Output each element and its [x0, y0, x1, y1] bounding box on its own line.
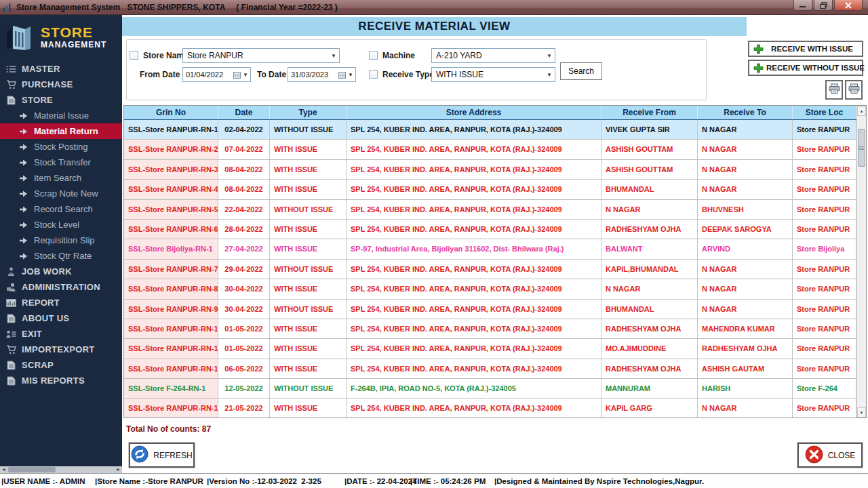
sidebar-item-scrap[interactable]: SCRAP	[0, 357, 122, 373]
scroll-up-icon[interactable]: ▲	[857, 106, 866, 116]
table-row[interactable]: SSL-Store RANPUR-RN-102-04-2022WITHOUT I…	[124, 120, 866, 140]
from-date-picker[interactable]: 01/04/2022 ▼	[182, 67, 251, 82]
sidebar-item-stock-level[interactable]: Stock Level	[0, 217, 122, 232]
table-row[interactable]: SSL-Store RANPUR-RN-930-04-2022WITHOUT I…	[124, 300, 866, 319]
column-header-receive-from[interactable]: Receive From	[601, 106, 698, 119]
filter-panel: Store Name Store RANPUR ▼ From Date 01/0…	[126, 39, 707, 100]
sidebar-item-label: ADMINISTRATION	[22, 282, 100, 292]
column-header-store-loc[interactable]: Store Loc	[793, 106, 856, 119]
sidebar-item-scrap-note-new[interactable]: Scrap Note New	[0, 186, 122, 201]
refresh-button[interactable]: REFRESH	[129, 443, 195, 468]
vertical-scrollbar[interactable]: ▲ ▼	[856, 106, 866, 418]
statusbar-segment: |Designed & Maintained By Nspire Technol…	[494, 477, 704, 485]
sidebar-item-store[interactable]: STORE	[0, 92, 122, 108]
table-cell: Store RANPUR	[793, 140, 856, 159]
table-row[interactable]: SSL-Store RANPUR-RN-830-04-2022WITH ISSU…	[124, 279, 866, 299]
sidebar-item-material-return[interactable]: Material Return	[0, 123, 122, 139]
table-row[interactable]: SSL-Store RANPUR-RN-628-04-2022WITH ISSU…	[124, 220, 866, 239]
table-cell: Store RANPUR	[793, 319, 856, 339]
sidebar-item-label: Material Return	[34, 126, 98, 136]
table-cell: Store RANPUR	[793, 180, 856, 199]
table-row[interactable]: SSL-Store RANPUR-RN-207-04-2022WITH ISSU…	[124, 140, 866, 159]
sidebar-item-exit[interactable]: EXIT	[0, 326, 122, 342]
column-header-type[interactable]: Type	[270, 106, 347, 119]
column-header-grin-no[interactable]: Grin No	[124, 106, 218, 119]
receive-type-label: Receive Type	[382, 70, 434, 79]
receive-with-issue-button[interactable]: RECEIVE WITH ISSUE	[748, 41, 863, 57]
machine-select[interactable]: A-210 YARD ▼	[431, 48, 555, 63]
sidebar-item-label: SCRAP	[22, 360, 54, 370]
table-row[interactable]: SSL-Store Bijoliya-RN-127-04-2022WITH IS…	[124, 239, 866, 259]
document-icon	[5, 96, 16, 105]
refresh-icon	[131, 445, 149, 465]
print-button-1[interactable]	[825, 80, 843, 100]
scrollbar-thumb[interactable]	[8, 467, 56, 472]
scroll-down-icon[interactable]: ▼	[857, 407, 866, 418]
table-row[interactable]: SSL-Store RANPUR-RN-1206-05-2022WITH ISS…	[124, 359, 866, 379]
arrow-icon	[18, 237, 28, 244]
sidebar-item-report[interactable]: REPORT	[0, 295, 122, 310]
table-cell: WITH ISSUE	[270, 339, 347, 359]
sidebar-item-about-us[interactable]: ABOUT US	[0, 310, 122, 326]
table-cell: SPL 254, KUBER IND. AREA, RANPUR, KOTA (…	[347, 220, 601, 239]
table-row[interactable]: SSL-Store RANPUR-RN-1321-05-2022WITH ISS…	[124, 399, 866, 418]
sidebar-item-label: MIS REPORTS	[22, 375, 85, 386]
to-date-picker[interactable]: 31/03/2023 ▼	[288, 67, 356, 82]
table-row[interactable]: SSL-Store RANPUR-RN-1001-05-2022WITH ISS…	[124, 319, 866, 339]
sidebar-item-job-work[interactable]: JOB WORK	[0, 264, 122, 279]
sidebar-item-label: IMPORTEXPORT	[22, 344, 95, 354]
sidebar-item-stock-posting[interactable]: Stock Posting	[0, 139, 122, 155]
column-header-receive-to[interactable]: Receive To	[698, 106, 793, 119]
arrow-icon	[18, 128, 28, 135]
sidebar-item-stock-transfer[interactable]: Stock Transfer	[0, 155, 122, 170]
statusbar-segment: |DATE :- 22-04-2024	[344, 477, 410, 485]
sidebar-item-label: EXIT	[22, 329, 42, 339]
table-cell: SSL-Store RANPUR-RN-1	[124, 120, 218, 140]
receive-type-checkbox[interactable]	[369, 70, 378, 79]
admin-icon	[5, 283, 16, 291]
restore-button[interactable]	[814, 0, 833, 11]
table-cell: HARISH	[698, 379, 793, 399]
arrow-icon	[18, 159, 28, 166]
sidebar-item-importexport[interactable]: IMPORTEXPORT	[0, 342, 122, 357]
sidebar-item-material-issue[interactable]: Material Issue	[0, 108, 122, 123]
table-row[interactable]: SSL-Store RANPUR-RN-408-04-2022WITH ISSU…	[124, 180, 866, 199]
sidebar-item-record-search[interactable]: Record Search	[0, 201, 122, 217]
column-header-date[interactable]: Date	[218, 106, 270, 119]
sidebar-item-administration[interactable]: ADMINISTRATION	[0, 279, 122, 295]
table-cell: N NAGAR	[698, 399, 793, 418]
scrollbar-thumb[interactable]	[858, 129, 865, 167]
table-cell: 01-05-2022	[218, 319, 270, 339]
scroll-right-icon[interactable]: ►	[116, 466, 121, 473]
minimize-button[interactable]	[793, 0, 812, 11]
table-row[interactable]: SSL-Store RANPUR-RN-729-04-2022WITHOUT I…	[124, 260, 866, 279]
sidebar-horizontal-scrollbar[interactable]: ◄ ►	[0, 466, 122, 473]
receive-type-select[interactable]: WITH ISSUE ▼	[431, 67, 555, 82]
sidebar-item-item-search[interactable]: Item Search	[0, 170, 122, 186]
machine-checkbox[interactable]	[369, 51, 378, 60]
table-row[interactable]: SSL-Store RANPUR-RN-308-04-2022WITH ISSU…	[124, 160, 866, 180]
table-row[interactable]: SSL-Store RANPUR-RN-1101-05-2022WITH ISS…	[124, 339, 866, 359]
sidebar-item-stock-qtr-rate[interactable]: Stock Qtr Rate	[0, 248, 122, 264]
close-window-button[interactable]	[834, 0, 863, 11]
sidebar-item-master[interactable]: MASTER	[0, 61, 122, 77]
store-name-checkbox[interactable]	[130, 51, 138, 60]
to-date-value: 31/03/2023	[291, 70, 337, 79]
search-button[interactable]: Search	[560, 62, 602, 80]
close-button[interactable]: CLOSE	[797, 443, 863, 468]
table-row[interactable]: SSL-Store F-264-RN-112-05-2022WITHOUT IS…	[124, 379, 866, 399]
store-name-select[interactable]: Store RANPUR ▼	[182, 48, 340, 63]
sidebar-item-purchase[interactable]: PURCHASE	[0, 77, 122, 92]
sidebar-item-mis-reports[interactable]: MIS REPORTS	[0, 373, 122, 388]
app-logo: STORE MANAGEMENT	[0, 15, 122, 58]
receive-without-issue-button[interactable]: RECEIVE WITHOUT ISSUE	[748, 60, 863, 76]
column-header-store-address[interactable]: Store Address	[347, 106, 601, 119]
scroll-left-icon[interactable]: ◄	[1, 466, 6, 473]
sidebar-item-label: Stock Level	[34, 220, 79, 230]
table-cell: WITH ISSUE	[270, 319, 347, 339]
sidebar-item-label: Scrap Note New	[34, 188, 98, 199]
table-row[interactable]: SSL-Store RANPUR-RN-522-04-2022WITHOUT I…	[124, 200, 866, 220]
sidebar-item-label: Material Issue	[34, 110, 89, 121]
sidebar-item-requisition-slip[interactable]: Requisition Slip	[0, 232, 122, 248]
print-button-2[interactable]	[845, 80, 863, 100]
